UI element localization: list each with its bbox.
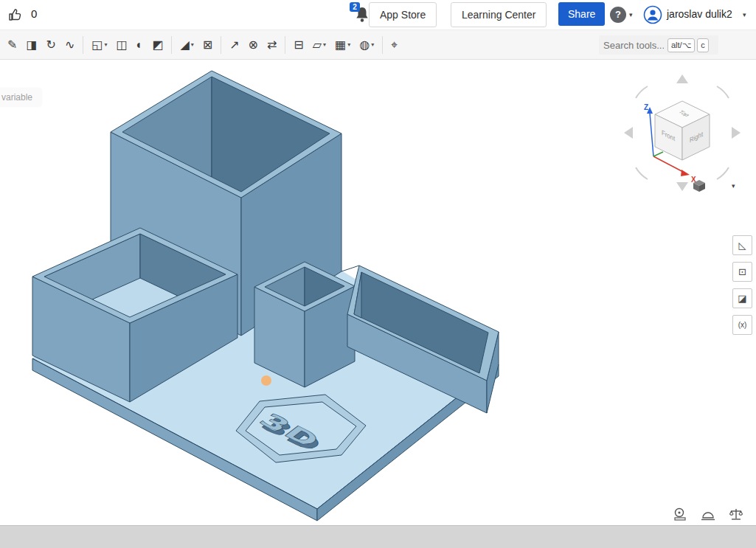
plane-button[interactable]: ▱▾: [309, 34, 330, 56]
help-button[interactable]: ?: [610, 7, 626, 23]
thicken-button[interactable]: ◫: [112, 34, 131, 56]
toolbar-separator: [221, 36, 221, 54]
rotate-right-button[interactable]: [732, 127, 741, 139]
caret-down-icon[interactable]: ▾: [191, 41, 194, 48]
view-mode-caret-icon[interactable]: ▾: [732, 182, 735, 190]
enclose-button[interactable]: ◩: [148, 34, 167, 56]
rotate-left-button[interactable]: [624, 127, 633, 139]
side-panel: ◺⊡◪(x): [732, 235, 753, 341]
mass-properties-icon[interactable]: [701, 507, 715, 521]
named-views-icon: ⊡: [738, 266, 746, 277]
toolbar-separator: [83, 36, 83, 54]
mirror-button[interactable]: ⊟: [290, 34, 307, 56]
app-store-button[interactable]: App Store: [369, 2, 437, 27]
revolve-button[interactable]: ↻: [43, 34, 60, 56]
fillet-button[interactable]: ◢▾: [176, 34, 197, 56]
split-icon: ◐: [136, 34, 144, 56]
model-viewport[interactable]: 3D 3D variable Top Front Right Z: [0, 60, 756, 525]
transform-button[interactable]: ⇄: [263, 34, 280, 56]
section-view-panel-button[interactable]: ◪: [732, 288, 752, 308]
user-menu-caret-icon[interactable]: ▾: [743, 11, 746, 18]
rotate-down-button[interactable]: [676, 182, 688, 191]
learning-center-button[interactable]: Learning Center: [451, 2, 547, 27]
status-bar: [0, 525, 756, 548]
mirror-icon: ⊟: [294, 34, 303, 56]
top-bar: 0 2 App Store Learning Center Share ? ▾ …: [0, 0, 756, 30]
split-button[interactable]: ◐: [133, 34, 148, 56]
search-tools: alt/⌥ c: [599, 35, 718, 55]
analysis-panel-button[interactable]: ◺: [732, 235, 752, 255]
share-button[interactable]: Share: [558, 2, 605, 26]
help-caret-icon[interactable]: ▾: [629, 11, 633, 18]
sweep-icon: ∿: [65, 34, 74, 56]
toolbar-buttons: ✎◨↻∿◱▾◫◐◩◢▾⊠↗⊗⇄⊟▱▾▦▾◍▾⌖: [3, 34, 402, 56]
caret-down-icon[interactable]: ▾: [104, 41, 107, 48]
toolbar-separator: [171, 36, 172, 54]
frame-icon: ⌖: [391, 34, 398, 56]
notification-badge: 2: [350, 2, 360, 12]
feature-toolbar: ✎◨↻∿◱▾◫◐◩◢▾⊠↗⊗⇄⊟▱▾▦▾◍▾⌖ alt/⌥ c: [0, 30, 756, 60]
boolean-button[interactable]: ◱▾: [88, 34, 111, 56]
thicken-icon: ◫: [116, 34, 127, 56]
caret-down-icon[interactable]: ▾: [323, 41, 326, 48]
axis-z-label: Z: [644, 103, 648, 111]
extrude-button[interactable]: ◨: [22, 34, 41, 56]
frame-button[interactable]: ⌖: [387, 34, 401, 56]
revolve-icon: ↻: [46, 34, 56, 56]
middle-box[interactable]: [254, 262, 355, 387]
enclose-icon: ◩: [152, 34, 163, 56]
caret-down-icon[interactable]: ▾: [371, 41, 374, 48]
user-avatar[interactable]: [643, 5, 662, 24]
toolbar-separator: [285, 36, 285, 54]
replace-face-icon: ⊗: [249, 34, 258, 56]
delete-face-button[interactable]: ⊠: [199, 34, 216, 56]
helix-button[interactable]: ◍▾: [356, 34, 378, 56]
sketch-icon: ✎: [7, 34, 17, 56]
variable-tooltip: variable: [0, 89, 41, 106]
replace-face-button[interactable]: ⊗: [245, 34, 262, 56]
like-button[interactable]: [7, 7, 24, 23]
measure-tools: [673, 507, 743, 521]
balance-scale-icon[interactable]: [729, 507, 743, 521]
pattern-icon: ▦: [335, 34, 346, 56]
rotate-up-button[interactable]: [676, 74, 688, 83]
section-view-icon: ◪: [738, 293, 746, 304]
user-name[interactable]: jaroslav dulik2: [667, 8, 732, 20]
transform-icon: ⇄: [267, 34, 277, 56]
analysis-icon: ◺: [739, 240, 746, 251]
plane-icon: ▱: [313, 34, 322, 56]
caret-down-icon[interactable]: ▾: [347, 41, 350, 48]
delete-face-icon: ⊠: [203, 34, 212, 56]
fillet-icon: ◢: [180, 34, 189, 56]
view-mode-dropdown[interactable]: ▾: [692, 177, 743, 195]
pattern-button[interactable]: ▦▾: [331, 34, 354, 56]
shortcut-alt-keycap: alt/⌥: [667, 38, 695, 52]
sketch-button[interactable]: ✎: [4, 34, 21, 56]
tape-measure-icon[interactable]: [673, 507, 687, 521]
shortcut-c-keycap: c: [697, 38, 709, 52]
person-icon: [643, 5, 662, 24]
like-count: 0: [31, 7, 37, 20]
highlight-vertex-dot[interactable]: [261, 375, 271, 386]
named-views-panel-button[interactable]: ⊡: [732, 262, 752, 282]
move-face-icon: ↗: [229, 34, 239, 56]
search-tools-input[interactable]: [602, 39, 665, 52]
variables-panel-button[interactable]: (x): [732, 315, 752, 335]
sweep-button[interactable]: ∿: [61, 34, 78, 56]
boolean-icon: ◱: [91, 34, 103, 56]
helix-icon: ◍: [359, 34, 370, 56]
move-face-button[interactable]: ↗: [226, 34, 243, 56]
variables-icon: (x): [738, 321, 747, 329]
toolbar-separator: [382, 36, 383, 54]
extrude-icon: ◨: [26, 34, 37, 56]
shaded-view-icon: [692, 178, 707, 193]
thumbs-up-icon: [7, 7, 24, 23]
